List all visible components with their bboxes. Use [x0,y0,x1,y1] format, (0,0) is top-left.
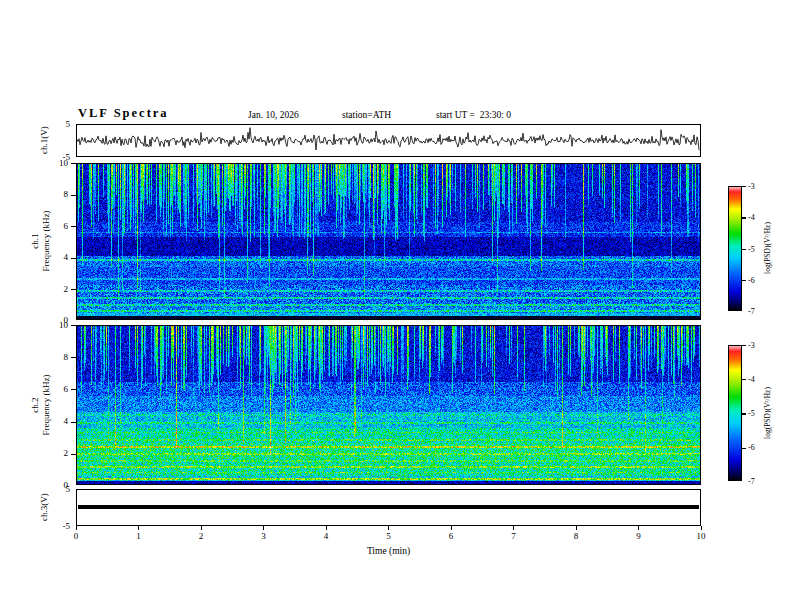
colorbar-1 [728,186,742,311]
xtick-label: 7 [511,531,516,541]
ch2-spectrogram-panel [76,325,701,485]
ch2-spectrogram-ytick-marks [71,325,76,486]
colorbar-tick-label: -4 [748,213,755,222]
ch1-spectrogram-ytick-marks [71,163,76,321]
colorbar-tick-label: -5 [748,244,755,253]
colorbar-tick-label: -7 [748,307,755,316]
ch3-flatline [78,505,699,509]
start-ut-label: start UT = 23:30: 0 [436,110,511,120]
colorbar-gradient [729,346,741,480]
ytick-label: -5 [63,521,71,531]
ch1-spectrogram-ytick-labels: 10 8 6 4 2 0 [52,163,70,320]
xtick-label: 5 [386,531,391,541]
ch1-spectrogram-canvas [77,164,700,319]
date-label: Jan. 10, 2026 [248,110,299,120]
colorbar-gradient [729,187,741,310]
xtick-label: 9 [636,531,641,541]
colorbar-2 [728,345,742,481]
colorbar-tick-label: -6 [748,275,755,284]
ytick-label: 5 [66,119,71,129]
ch3v-ytick-labels: 5 -5 [54,489,72,526]
colorbar-tick-label: -3 [748,182,755,191]
ytick-label: 10 [59,158,68,168]
station-label: station=ATH [342,110,391,120]
xtick-label: 2 [199,531,204,541]
colorbar-tick-label: -3 [748,341,755,350]
ytick-label: 8 [64,352,69,362]
ytick-label: 4 [64,252,69,262]
colorbar-tick-label: -4 [748,375,755,384]
ch2-spectrogram-ytick-labels: 10 8 6 4 2 0 [52,325,70,485]
ch2-spectrogram-canvas [77,326,700,484]
x-axis-title: Time (min) [76,546,701,556]
ch1v-ytick-labels: 5 -5 [54,124,72,157]
ytick-label: 8 [64,189,69,199]
x-axis-tick-labels: 0 1 2 3 4 5 6 7 8 9 10 [76,531,701,542]
ytick-label: 10 [59,320,68,330]
vlf-spectra-chart: VLF Spectra Jan. 10, 2026 station=ATH st… [0,0,792,612]
colorbar-tick-label: -6 [748,443,755,452]
x-axis-tick-marks [76,526,702,530]
ytick-label: 4 [64,416,69,426]
ch1-spectrogram-panel [76,163,701,320]
ytick-label: 6 [64,384,69,394]
ytick-label: 6 [64,221,69,231]
colorbar-2-tick-marks [742,345,746,482]
colorbar-tick-label: -5 [748,409,755,418]
ytick-label: 2 [64,448,69,458]
xtick-label: 10 [697,531,706,541]
figure-title: VLF Spectra [78,106,169,121]
ytick-label: 2 [64,284,69,294]
xtick-label: 0 [74,531,79,541]
ch3-voltage-panel [76,489,701,526]
colorbar-1-tick-marks [742,186,746,312]
xtick-label: 1 [136,531,141,541]
axis-title-line: ch.2 [30,374,41,435]
axis-title-line: Frequency (kHz) [41,210,52,271]
xtick-label: 3 [261,531,266,541]
xtick-label: 6 [449,531,454,541]
xtick-label: 4 [324,531,329,541]
ch1-waveform-canvas [77,125,700,156]
xtick-label: 8 [574,531,579,541]
ch1-voltage-panel [76,124,701,157]
axis-title-line: Frequency (kHz) [41,374,52,435]
ytick-label: 5 [66,484,71,494]
axis-title-line: ch.1 [30,210,41,271]
colorbar-tick-label: -7 [748,477,755,486]
